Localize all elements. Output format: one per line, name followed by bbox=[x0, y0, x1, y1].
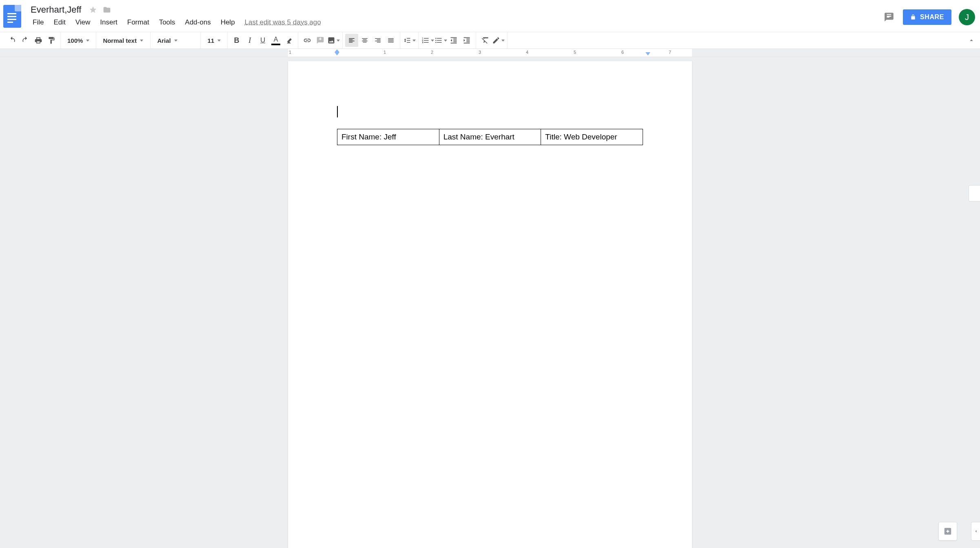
share-button[interactable]: SHARE bbox=[903, 9, 951, 25]
ruler-num: 1 bbox=[289, 50, 291, 55]
explore-button[interactable] bbox=[938, 522, 957, 541]
print-button[interactable] bbox=[32, 34, 45, 47]
last-edit-link[interactable]: Last edit was 5 days ago bbox=[245, 18, 321, 27]
menu-help[interactable]: Help bbox=[217, 17, 239, 28]
menu-insert[interactable]: Insert bbox=[96, 17, 122, 28]
italic-button[interactable]: I bbox=[243, 34, 256, 47]
menu-file[interactable]: File bbox=[29, 17, 48, 28]
share-label: SHARE bbox=[920, 13, 944, 21]
insert-comment-button[interactable] bbox=[314, 34, 327, 47]
decrease-indent-button[interactable] bbox=[447, 34, 460, 47]
highlight-button[interactable] bbox=[282, 34, 295, 47]
font-value: Arial bbox=[157, 37, 171, 44]
numbered-list-button[interactable] bbox=[421, 34, 434, 47]
collapse-sidebar-button[interactable] bbox=[971, 522, 980, 541]
ruler-num: 1 bbox=[384, 50, 386, 55]
ruler-num: 4 bbox=[526, 50, 528, 55]
app-header: Everhart,Jeff File Edit View Insert Form… bbox=[0, 0, 980, 32]
paragraph-style-value: Normal text bbox=[103, 37, 137, 44]
ruler[interactable]: 1 1 2 3 4 5 6 7 bbox=[0, 49, 980, 57]
text-cursor bbox=[337, 106, 338, 117]
ruler-num: 7 bbox=[669, 50, 671, 55]
document-canvas[interactable]: First Name: Jeff Last Name: Everhart Tit… bbox=[0, 57, 980, 548]
hide-menus-button[interactable] bbox=[968, 37, 975, 44]
document-title[interactable]: Everhart,Jeff bbox=[29, 4, 83, 16]
clear-formatting-button[interactable] bbox=[479, 34, 492, 47]
ruler-num: 5 bbox=[574, 50, 576, 55]
menu-addons[interactable]: Add-ons bbox=[181, 17, 215, 28]
text-color-button[interactable]: A bbox=[269, 34, 282, 47]
align-justify-button[interactable] bbox=[384, 34, 397, 47]
insert-link-button[interactable] bbox=[301, 34, 314, 47]
increase-indent-button[interactable] bbox=[460, 34, 473, 47]
menu-view[interactable]: View bbox=[71, 17, 95, 28]
align-left-button[interactable] bbox=[345, 34, 358, 47]
font-size-value: 11 bbox=[207, 37, 214, 44]
table-cell[interactable]: Title: Web Developer bbox=[541, 129, 643, 145]
ruler-num: 3 bbox=[479, 50, 481, 55]
side-panel-tab[interactable] bbox=[969, 185, 980, 201]
comments-icon[interactable] bbox=[882, 11, 896, 23]
table-cell[interactable]: First Name: Jeff bbox=[337, 129, 439, 145]
zoom-value: 100% bbox=[67, 37, 83, 44]
document-page[interactable]: First Name: Jeff Last Name: Everhart Tit… bbox=[288, 61, 692, 548]
bold-button[interactable]: B bbox=[230, 34, 243, 47]
folder-icon[interactable] bbox=[103, 6, 111, 14]
align-right-button[interactable] bbox=[371, 34, 384, 47]
menu-tools[interactable]: Tools bbox=[155, 17, 180, 28]
editing-mode-button[interactable] bbox=[492, 34, 505, 47]
zoom-select[interactable]: 100% bbox=[63, 34, 93, 47]
redo-button[interactable] bbox=[19, 34, 32, 47]
table-cell[interactable]: Last Name: Everhart bbox=[439, 129, 541, 145]
table-row[interactable]: First Name: Jeff Last Name: Everhart Tit… bbox=[337, 129, 643, 145]
align-center-button[interactable] bbox=[358, 34, 371, 47]
bulleted-list-button[interactable] bbox=[434, 34, 447, 47]
underline-button[interactable]: U bbox=[256, 34, 269, 47]
star-icon[interactable] bbox=[89, 6, 97, 14]
menu-format[interactable]: Format bbox=[123, 17, 153, 28]
font-select[interactable]: Arial bbox=[153, 34, 198, 47]
paint-format-button[interactable] bbox=[45, 34, 58, 47]
docs-logo[interactable] bbox=[3, 5, 21, 28]
undo-button[interactable] bbox=[6, 34, 19, 47]
ruler-num: 6 bbox=[621, 50, 624, 55]
toolbar: 100% Normal text Arial 11 B I U A bbox=[0, 32, 980, 49]
document-table[interactable]: First Name: Jeff Last Name: Everhart Tit… bbox=[337, 129, 643, 145]
menu-bar: File Edit View Insert Format Tools Add-o… bbox=[29, 16, 882, 29]
menu-edit[interactable]: Edit bbox=[49, 17, 69, 28]
paragraph-style-select[interactable]: Normal text bbox=[99, 34, 148, 47]
line-spacing-button[interactable] bbox=[403, 34, 416, 47]
font-size-select[interactable]: 11 bbox=[203, 34, 225, 47]
ruler-num: 2 bbox=[431, 50, 433, 55]
insert-image-button[interactable] bbox=[327, 34, 340, 47]
lock-icon bbox=[910, 14, 916, 20]
avatar[interactable]: J bbox=[959, 9, 975, 25]
